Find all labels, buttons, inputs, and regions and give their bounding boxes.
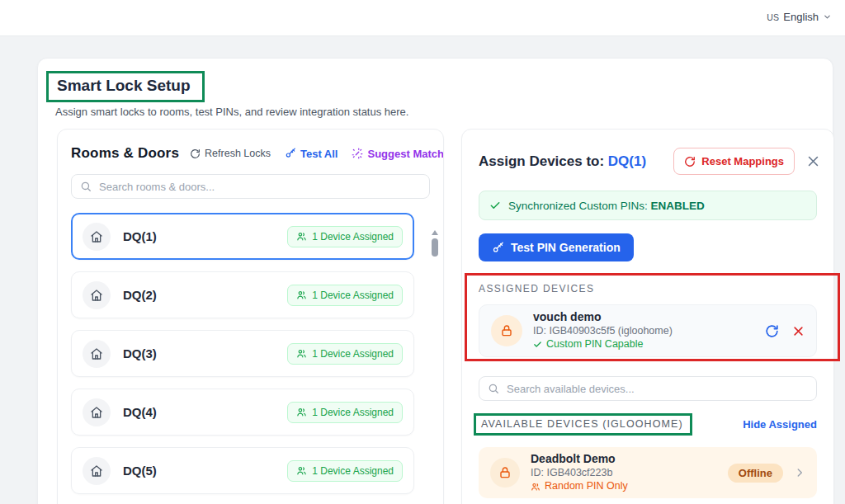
- rooms-panel: Rooms & Doors Refresh Locks Test All Sug…: [57, 129, 444, 504]
- chevron-right-icon: [794, 467, 805, 478]
- home-icon: [83, 223, 111, 251]
- suggest-matches-label: Suggest Matches: [367, 148, 444, 160]
- scrollbar-up-arrow[interactable]: [432, 230, 438, 235]
- key-icon: [285, 148, 296, 159]
- search-icon: [488, 383, 499, 394]
- room-name: DQ(2): [123, 288, 157, 302]
- available-devices-heading: AVAILABLE DEVICES (IGLOOHOME): [474, 413, 692, 436]
- device-assigned-badge: 1 Device Assigned: [287, 402, 403, 423]
- test-all-button[interactable]: Test All: [285, 148, 338, 160]
- section-subtitle: Assign smart locks to rooms, test PINs, …: [55, 106, 408, 118]
- reset-mappings-button[interactable]: Reset Mappings: [673, 148, 795, 175]
- status-badge: Offline: [728, 464, 783, 483]
- rooms-panel-header: Rooms & Doors Refresh Locks Test All Sug…: [58, 130, 443, 162]
- home-icon: [83, 398, 111, 426]
- home-icon: [83, 457, 111, 485]
- device-id: ID: IGB40903c5f5 (igloohome): [533, 324, 673, 338]
- rooms-panel-title: Rooms & Doors: [71, 145, 179, 162]
- section-title: Smart Lock Setup: [57, 77, 191, 95]
- check-icon: [533, 340, 542, 349]
- assigned-device-card: vouch demo ID: IGB40903c5f5 (igloohome) …: [479, 304, 817, 357]
- available-device-card[interactable]: Deadbolt Demo ID: IGB403cf223b Random PI…: [479, 447, 817, 498]
- hide-assigned-link[interactable]: Hide Assigned: [743, 418, 817, 431]
- assign-panel-title: Assign Devices to: DQ(1): [479, 153, 646, 170]
- search-icon: [80, 181, 92, 192]
- refresh-locks-label: Refresh Locks: [205, 148, 271, 159]
- badge-label: 1 Device Assigned: [312, 407, 394, 418]
- sync-banner-status: ENABLED: [651, 200, 705, 212]
- pin-mode-label: Random PIN Only: [545, 479, 628, 493]
- top-bar: [0, 0, 845, 36]
- device-name: Deadbolt Demo: [531, 452, 628, 466]
- users-icon: [296, 290, 307, 300]
- test-pin-label: Test PIN Generation: [511, 241, 621, 254]
- room-row-dq1[interactable]: DQ(1) 1 Device Assigned: [71, 213, 414, 260]
- refresh-icon: [684, 156, 696, 167]
- room-row-dq4[interactable]: DQ(4) 1 Device Assigned: [71, 389, 414, 436]
- badge-label: 1 Device Assigned: [312, 290, 394, 301]
- close-icon[interactable]: [806, 154, 820, 168]
- device-assigned-badge: 1 Device Assigned: [287, 226, 403, 247]
- sync-banner-text: Synchronized Custom PINs: ENABLED: [508, 200, 705, 212]
- language-code: US: [767, 12, 779, 22]
- device-name: vouch demo: [533, 310, 673, 324]
- suggest-matches-button[interactable]: Suggest Matches: [352, 148, 444, 160]
- assign-devices-panel: Assign Devices to: DQ(1) Reset Mappings …: [461, 129, 834, 504]
- device-assigned-badge: 1 Device Assigned: [287, 343, 403, 365]
- assign-title-prefix: Assign Devices to:: [479, 153, 608, 169]
- device-pin-mode: Random PIN Only: [531, 479, 628, 493]
- capability-label: Custom PIN Capable: [546, 337, 643, 351]
- users-icon: [531, 482, 541, 492]
- room-name: DQ(5): [123, 464, 157, 478]
- assign-panel-header: Assign Devices to: DQ(1) Reset Mappings: [479, 148, 820, 175]
- room-row-dq3[interactable]: DQ(3) 1 Device Assigned: [71, 330, 414, 377]
- section-title-annotation-box: Smart Lock Setup: [46, 71, 205, 102]
- lock-icon: [490, 458, 520, 488]
- available-device-info: Deadbolt Demo ID: IGB403cf223b Random PI…: [531, 452, 628, 493]
- key-icon: [492, 242, 504, 254]
- wand-sparkles-icon: [352, 148, 363, 159]
- check-icon: [489, 200, 501, 211]
- available-devices-header-row: AVAILABLE DEVICES (IGLOOHOME) Hide Assig…: [479, 413, 817, 436]
- test-pin-generation-button[interactable]: Test PIN Generation: [479, 233, 634, 261]
- users-icon: [296, 407, 307, 417]
- assigned-device-info: vouch demo ID: IGB40903c5f5 (igloohome) …: [533, 310, 673, 351]
- rooms-search-input[interactable]: [71, 174, 430, 199]
- device-id: ID: IGB403cf223b: [531, 466, 628, 480]
- scrollbar-thumb[interactable]: [432, 238, 438, 257]
- devices-search-input[interactable]: [479, 376, 817, 401]
- room-list-scrollbar[interactable]: [431, 230, 438, 257]
- refresh-locks-button[interactable]: Refresh Locks: [190, 148, 271, 159]
- rooms-search: [71, 174, 430, 199]
- badge-label: 1 Device Assigned: [312, 465, 394, 477]
- room-row-dq2[interactable]: DQ(2) 1 Device Assigned: [71, 271, 414, 318]
- lock-icon: [491, 315, 522, 346]
- device-assigned-badge: 1 Device Assigned: [287, 285, 403, 306]
- assign-title-room: DQ(1): [608, 153, 646, 169]
- badge-label: 1 Device Assigned: [312, 348, 394, 360]
- device-assigned-badge: 1 Device Assigned: [287, 460, 403, 482]
- device-refresh-icon[interactable]: [765, 324, 779, 338]
- refresh-icon: [190, 148, 201, 159]
- device-capability: Custom PIN Capable: [533, 337, 673, 351]
- room-name: DQ(4): [123, 405, 157, 419]
- device-remove-icon[interactable]: [792, 325, 805, 337]
- home-icon: [83, 281, 111, 309]
- chevron-down-icon: [823, 12, 832, 21]
- room-list: DQ(1) 1 Device Assigned DQ(2) 1: [71, 213, 414, 494]
- sync-banner-prefix: Synchronized Custom PINs:: [508, 200, 651, 212]
- room-row-dq5[interactable]: DQ(5) 1 Device Assigned: [71, 447, 414, 494]
- reset-mappings-label: Reset Mappings: [701, 155, 784, 167]
- users-icon: [296, 348, 307, 359]
- devices-search: [479, 376, 817, 401]
- users-icon: [296, 465, 307, 476]
- language-label: English: [783, 11, 819, 23]
- badge-label: 1 Device Assigned: [312, 231, 394, 243]
- language-selector[interactable]: US English: [767, 11, 832, 23]
- smart-lock-setup-card: Smart Lock Setup Assign smart locks to r…: [37, 58, 833, 504]
- sync-pins-banner: Synchronized Custom PINs: ENABLED: [479, 191, 817, 220]
- room-name: DQ(1): [123, 229, 157, 243]
- assigned-devices-heading: ASSIGNED DEVICES: [479, 283, 817, 294]
- home-icon: [83, 340, 111, 368]
- test-all-label: Test All: [300, 148, 338, 160]
